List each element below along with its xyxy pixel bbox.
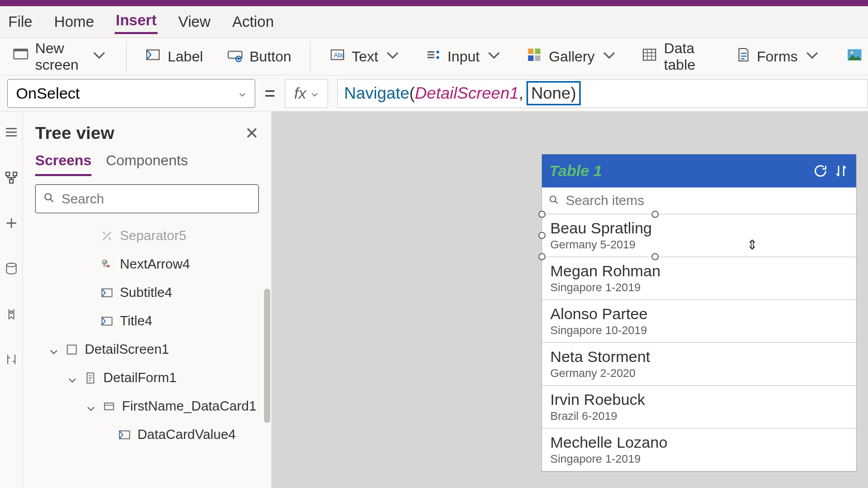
svg-rect-12 bbox=[535, 55, 541, 61]
tree-item-label: DetailScreen1 bbox=[85, 341, 169, 357]
input-icon bbox=[425, 46, 441, 67]
forms-label: Forms bbox=[757, 49, 798, 65]
open-paren: ( bbox=[409, 84, 415, 103]
menu-file[interactable]: File bbox=[7, 11, 34, 33]
close-icon[interactable]: ✕ bbox=[245, 123, 259, 143]
gallery-item[interactable]: Megan RohmanSingapore 1-2019 bbox=[542, 257, 856, 300]
screen-icon bbox=[65, 343, 79, 356]
tab-screens[interactable]: Screens bbox=[35, 152, 91, 176]
property-dropdown[interactable]: OnSelect bbox=[7, 79, 255, 108]
search-icon bbox=[43, 192, 55, 206]
label-icon bbox=[145, 46, 161, 67]
gallery-item-subtitle: Singapore 1-2019 bbox=[550, 281, 848, 294]
tree-item-datacardvalue[interactable]: DataCardValue4 bbox=[23, 420, 263, 449]
input-button[interactable]: Input bbox=[420, 43, 507, 70]
chevron-down-icon bbox=[91, 46, 107, 67]
app-preview[interactable]: Table 1 Beau SpratlingGermany 5-2019⇕Meg… bbox=[541, 154, 857, 472]
button-button[interactable]: Button bbox=[222, 43, 297, 70]
gallery-item[interactable]: Beau SpratlingGermany 5-2019⇕ bbox=[542, 214, 856, 257]
tools-icon[interactable] bbox=[4, 352, 19, 367]
ribbon-separator bbox=[310, 41, 311, 72]
main-area: Tree view ✕ Screens Components Separator… bbox=[0, 112, 868, 488]
plus-icon[interactable] bbox=[4, 216, 19, 230]
fx-label: fx bbox=[294, 85, 306, 102]
tree-item-label: Subtitle4 bbox=[120, 285, 172, 301]
gallery-item-title: Mechelle Lozano bbox=[550, 434, 848, 451]
forms-button[interactable]: Forms bbox=[729, 43, 826, 70]
tree-item-datacard[interactable]: FirstName_DataCard1 bbox=[23, 392, 263, 420]
hamburger-icon[interactable] bbox=[4, 125, 19, 139]
label-icon bbox=[118, 428, 131, 442]
selection-handle[interactable] bbox=[538, 253, 546, 260]
tab-components[interactable]: Components bbox=[106, 152, 188, 176]
canvas[interactable]: Table 1 Beau SpratlingGermany 5-2019⇕Meg… bbox=[272, 112, 868, 488]
gallery-item-subtitle: Brazil 6-2019 bbox=[550, 410, 848, 423]
tree-item-detailform[interactable]: DetailForm1 bbox=[23, 364, 263, 392]
button-icon bbox=[227, 46, 243, 67]
gallery-item[interactable]: Neta StormentGermany 2-2020 bbox=[542, 343, 856, 386]
data-icon[interactable] bbox=[4, 261, 19, 276]
chevron-down-icon bbox=[311, 85, 319, 102]
selection-handle[interactable] bbox=[652, 253, 659, 260]
media-icon[interactable] bbox=[4, 307, 19, 321]
svg-rect-3 bbox=[228, 51, 242, 58]
tree-item-separator[interactable]: Separator5 bbox=[23, 222, 263, 250]
gallery-item[interactable]: Alonso ParteeSingapore 10-2019 bbox=[542, 300, 856, 343]
gallery-button[interactable]: Gallery bbox=[521, 43, 623, 70]
formula-arg1: DetailScreen1 bbox=[415, 84, 519, 103]
tree-icon[interactable] bbox=[4, 170, 19, 185]
tree-search-box[interactable] bbox=[35, 184, 259, 213]
gallery-icon bbox=[526, 46, 542, 67]
menu-action[interactable]: Action bbox=[231, 11, 275, 33]
svg-point-28 bbox=[550, 196, 556, 201]
svg-rect-26 bbox=[104, 403, 113, 410]
input-label: Input bbox=[447, 49, 479, 65]
preview-search-input[interactable] bbox=[566, 193, 850, 209]
gallery-item[interactable]: Mechelle LozanoSingapore 1-2019 bbox=[542, 429, 856, 471]
label-button[interactable]: Label bbox=[140, 43, 208, 70]
tree-item-label: DataCardValue4 bbox=[137, 427, 236, 443]
chevron-down-icon[interactable] bbox=[49, 344, 59, 355]
refresh-icon[interactable] bbox=[813, 163, 828, 179]
button-label: Button bbox=[250, 49, 291, 65]
new-screen-button[interactable]: New screen bbox=[7, 37, 113, 76]
menu-view[interactable]: View bbox=[177, 11, 211, 33]
equals-sign: = bbox=[265, 83, 275, 104]
chevron-down-icon[interactable] bbox=[86, 401, 96, 412]
tree-scrollbar[interactable] bbox=[264, 289, 270, 423]
chevron-down-icon bbox=[804, 46, 820, 67]
preview-header: Table 1 bbox=[542, 154, 856, 187]
svg-rect-13 bbox=[643, 49, 656, 60]
tree-item-title4[interactable]: Title4 bbox=[23, 307, 263, 335]
label-icon bbox=[100, 314, 114, 328]
chevron-down-icon[interactable] bbox=[67, 373, 78, 383]
svg-point-20 bbox=[10, 311, 12, 313]
text-button[interactable]: Abc Text bbox=[324, 43, 406, 70]
media-button[interactable] bbox=[841, 43, 868, 70]
tree-search-input[interactable] bbox=[61, 191, 251, 207]
gallery-item-subtitle: Germany 5-2019 bbox=[550, 238, 848, 251]
gallery-item-title: Beau Spratling bbox=[550, 219, 848, 237]
selection-handle[interactable] bbox=[538, 232, 546, 239]
menu-insert[interactable]: Insert bbox=[115, 10, 158, 34]
fx-button[interactable]: fx bbox=[285, 79, 328, 108]
selection-handle[interactable] bbox=[538, 211, 546, 218]
tree-item-detailscreen[interactable]: DetailScreen1 bbox=[23, 335, 263, 364]
gallery-item[interactable]: Irvin RoebuckBrazil 6-2019 bbox=[542, 386, 856, 429]
preview-title: Table 1 bbox=[549, 162, 808, 180]
text-label: Text bbox=[352, 49, 378, 65]
datatable-button[interactable]: Data table bbox=[636, 37, 716, 76]
formula-input[interactable]: Navigate(DetailScreen1, None) bbox=[337, 79, 868, 108]
tree-item-subtitle[interactable]: Subtitle4 bbox=[23, 278, 263, 307]
chevron-down-icon bbox=[238, 85, 246, 102]
ribbon: New screen Label Button Abc Text Input G… bbox=[0, 38, 868, 75]
menu-home[interactable]: Home bbox=[53, 11, 95, 33]
tree-view-title: Tree view bbox=[35, 123, 114, 143]
svg-rect-10 bbox=[535, 49, 541, 54]
tree-item-nextarrow[interactable]: NextArrow4 bbox=[23, 250, 263, 278]
svg-point-19 bbox=[6, 263, 16, 267]
formula-bar: OnSelect = fx Navigate(DetailScreen1, No… bbox=[0, 75, 868, 112]
sort-icon[interactable] bbox=[833, 163, 849, 179]
preview-search[interactable] bbox=[542, 187, 856, 214]
selection-handle[interactable] bbox=[652, 211, 659, 218]
